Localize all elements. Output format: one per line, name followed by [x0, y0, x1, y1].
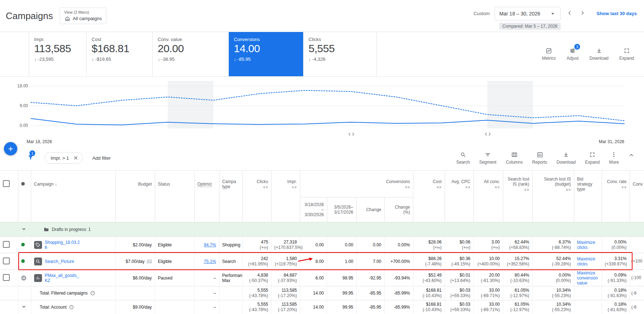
help-icon[interactable]: ?	[69, 305, 74, 310]
previous-period-button[interactable]	[566, 8, 574, 19]
section-row[interactable]: Drafts in progress: 1	[0, 222, 644, 237]
cell-bid-strategy[interactable]: Maximize conversion value	[574, 270, 602, 286]
column-header-campaign[interactable]: Campaign ↓	[31, 171, 115, 222]
download-tool-button[interactable]: Download	[557, 151, 576, 165]
column-header-search_lost_is_rank[interactable]: Search lost IS (rank)<>	[503, 171, 532, 222]
expand-tool-button[interactable]: Expand	[619, 47, 634, 61]
column-header-campaign_type[interactable]: Campa type	[219, 171, 242, 222]
scorecard-clicks[interactable]: Clicks5,555↓ -4,326	[304, 32, 377, 76]
select-all-checkbox[interactable]	[3, 180, 10, 187]
scorecard-conv-value[interactable]: Conv. value20.00↓ -38.95	[153, 32, 229, 76]
column-header-status[interactable]: Status	[155, 171, 194, 222]
more-tool-button[interactable]: More	[609, 151, 619, 165]
expand-tool-button[interactable]: Expand	[585, 151, 600, 165]
column-header-conv_partial[interactable]: Conv	[630, 171, 644, 222]
column-header-conv_rate[interactable]: Conv. rate<>	[602, 171, 630, 222]
cell-budget[interactable]: $6.00/day	[115, 270, 155, 286]
cell-status: Paused	[155, 270, 194, 286]
collapse-chart-button[interactable]	[628, 152, 635, 160]
subcolumn-header[interactable]: Change	[356, 197, 384, 222]
select-all-header[interactable]	[0, 171, 18, 222]
more-icon	[611, 151, 617, 158]
subcolumn-header[interactable]: 3/5/2026– 3/17/2026	[327, 197, 356, 222]
column-header-clicks[interactable]: Clicks<>	[242, 171, 271, 222]
cell-avg-cpc: $0.06(+∞)	[445, 237, 473, 253]
column-header-optimization[interactable]: Optimiz	[194, 171, 219, 222]
cell-clicks: 5,555(-43.78%)	[242, 300, 271, 314]
cell-optimization[interactable]: 75.1%	[194, 253, 219, 270]
account-expand-button[interactable]	[18, 300, 31, 314]
reports-tool-button[interactable]: Reports	[532, 151, 547, 165]
column-header-avg_cpc[interactable]: Avg. CPC<>	[445, 171, 473, 222]
row-checkbox[interactable]	[3, 241, 10, 248]
subcolumn-header[interactable]: Change (%)	[384, 197, 413, 222]
cell-bid-strategy[interactable]: Maximize clicks	[574, 237, 602, 253]
column-header-impressions[interactable]: Impr.<>	[271, 171, 300, 222]
svg-text:?: ?	[71, 306, 72, 308]
caret-down-icon	[550, 10, 556, 17]
performance-chart[interactable]	[0, 76, 644, 144]
campaign-link[interactable]: Search_Picture	[45, 259, 74, 264]
section-collapse-button[interactable]	[18, 222, 31, 237]
row-checkbox-cell[interactable]	[0, 270, 18, 286]
view-selector[interactable]: View (2 filters) All campaigns	[60, 8, 107, 24]
segment-tool-button[interactable]: Segment	[479, 151, 496, 165]
cell-budget[interactable]: $2.00/day	[115, 237, 155, 253]
status-dot-cell[interactable]	[18, 270, 31, 286]
scorecard-conversions[interactable]: Conversions14.00↓ -85.95	[229, 32, 304, 76]
show-last-30-days-link[interactable]: Show last 30 days	[597, 11, 637, 16]
campaign-link[interactable]: Shopping_18.03.26	[45, 240, 81, 250]
search-tool-button[interactable]: Search	[456, 151, 470, 165]
cell-status: Eligible	[155, 253, 194, 270]
compared-range: Compared: Mar 5 – 17, 2026	[499, 23, 561, 30]
download-tool-button[interactable]: Download	[589, 47, 608, 61]
campaign-cell[interactable]: Shopping_18.03.26	[31, 237, 115, 253]
column-header-bid_strategy_type[interactable]: Bid strategy type	[574, 171, 602, 222]
optimization-score-link[interactable]: 94.7%	[204, 242, 216, 247]
expand-icon	[624, 47, 630, 54]
add-filter-button[interactable]: Add filter	[92, 155, 111, 161]
help-icon[interactable]: ?	[90, 291, 95, 296]
column-header-search_lost_is_budget[interactable]: Search lost IS (budget)<>	[532, 171, 574, 222]
campaign-row[interactable]: Search_Picture$7.00/dayEligible75.1%Sear…	[0, 253, 644, 270]
scorecard-cost[interactable]: Cost$168.81↓ -$19.65	[87, 32, 153, 76]
cell-conversions-change: 7.00	[356, 253, 384, 270]
chevron-left-icon	[566, 12, 573, 17]
cell-optimization[interactable]: 94.7%	[194, 237, 219, 253]
filter-chip[interactable]: Impr. > 1	[45, 152, 83, 164]
campaign-row[interactable]: PMax_all_goods_KZ$6.00/dayPaused–Perform…	[0, 270, 644, 286]
row-checkbox-cell[interactable]	[0, 253, 18, 270]
cell-bid-strategy[interactable]: Maximize clicks	[574, 253, 602, 270]
status-dot-cell[interactable]	[18, 253, 31, 270]
columns-tool-button[interactable]: Columns	[506, 151, 523, 165]
column-header-budget[interactable]: Budget	[115, 171, 155, 222]
row-checkbox-cell[interactable]	[0, 237, 18, 253]
filter-funnel-button[interactable]: 1	[27, 154, 34, 162]
status-dot-cell[interactable]	[18, 237, 31, 253]
cell-optimization[interactable]: –	[194, 270, 219, 286]
next-period-button[interactable]	[579, 8, 587, 19]
create-campaign-button[interactable]: +	[4, 142, 17, 155]
chevron-left-icon	[566, 10, 573, 16]
remove-filter-icon[interactable]	[73, 155, 79, 161]
columns-icon	[511, 151, 518, 158]
campaign-cell[interactable]: Search_Picture	[31, 253, 115, 270]
cell-budget[interactable]: $7.00/day	[115, 253, 155, 270]
date-controls: Custom Mar 18 – 30, 2026 Compared: Mar 5…	[474, 2, 637, 30]
cell-impressions: 27,318(+170,637.5%)	[271, 237, 300, 253]
date-range-picker[interactable]: Mar 18 – 30, 2026	[495, 7, 561, 21]
campaign-cell[interactable]: PMax_all_goods_KZ	[31, 270, 115, 286]
scorecard-impr-[interactable]: Impr.113,585↓ -23,595	[29, 32, 87, 76]
metrics-tool-button[interactable]: Metrics	[542, 47, 556, 61]
scorecards: Impr.113,585↓ -23,595Cost$168.81↓ -$19.6…	[29, 32, 377, 76]
adjust-tool-button[interactable]: 3Adjust	[567, 47, 579, 61]
subcolumn-header[interactable]: 3/18/2026 – 3/30/2026	[300, 197, 327, 222]
row-checkbox[interactable]	[3, 274, 10, 281]
campaign-row[interactable]: Shopping_18.03.26$2.00/dayEligible94.7%S…	[0, 237, 644, 253]
column-header-cost[interactable]: Cost<>	[413, 171, 445, 222]
row-checkbox[interactable]	[3, 258, 10, 264]
column-header-conversions[interactable]: Conversions><	[300, 171, 413, 197]
campaign-link[interactable]: PMax_all_goods_KZ	[45, 273, 81, 283]
optimization-score-link[interactable]: 75.1%	[204, 259, 216, 264]
column-header-all_conv[interactable]: All conv.<>	[473, 171, 503, 222]
